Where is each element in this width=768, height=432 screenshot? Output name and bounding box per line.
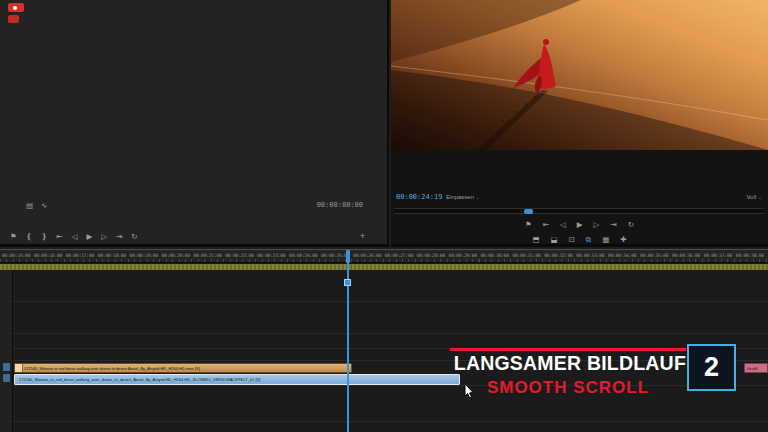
ruler-timecode-label: 00:00:23:00	[257, 253, 285, 258]
ruler-timecode-label: 00:00:30:00	[481, 253, 509, 258]
camera-indicator-icon	[8, 15, 19, 23]
program-scrubber[interactable]	[395, 208, 764, 214]
ruler-timecode-label: 00:00:37:00	[704, 253, 732, 258]
ruler-timecode-label: 00:00:31:00	[512, 253, 540, 258]
step-forward-icon[interactable]: ▷	[101, 231, 107, 243]
step-number: 2	[704, 352, 719, 383]
track-header-strip	[0, 270, 13, 432]
ruler-timecode-label: 00:00:16:00	[34, 253, 62, 258]
ruler-timecode-label: 00:00:19:00	[130, 253, 158, 258]
ruler-timecode-label: 00:00:18:00	[98, 253, 126, 258]
ruler-timecode-label: 00:00:36:00	[672, 253, 700, 258]
step-number-badge: 2	[687, 344, 736, 391]
ruler-timecode-label: 00:00:15:00	[2, 253, 30, 258]
overlay-subtitle: SMOOTH SCROLL	[450, 378, 686, 398]
drag-video-icon[interactable]: ▤	[26, 200, 33, 212]
play-icon[interactable]: ▶	[577, 219, 583, 231]
ruler-timecode-label: 00:00:28:00	[417, 253, 445, 258]
overlay-red-rule	[450, 348, 686, 351]
track-separator	[0, 301, 768, 302]
mouse-cursor-icon	[464, 384, 476, 400]
step-forward-icon[interactable]: ▷	[594, 219, 600, 231]
source-info-row: ▤∿ 00:00:00:00	[0, 199, 387, 213]
ruler-timecode-label: 00:00:22:00	[225, 253, 253, 258]
go-to-out-icon[interactable]: ⇥	[116, 231, 122, 243]
playhead-head[interactable]	[346, 250, 350, 263]
step-back-icon[interactable]: ◁	[560, 219, 566, 231]
button-editor-icon[interactable]: ✚	[620, 234, 626, 246]
premiere-window: ▤∿ 00:00:00:00 ⚑❴❵⇤◁▶▷⇥↻ +	[0, 0, 768, 432]
ruler-timecode-label: 00:00:35:00	[640, 253, 668, 258]
timeline-panel: 00:00:15:0000:00:16:0000:00:17:0000:00:1…	[0, 249, 768, 432]
loop-icon[interactable]: ↻	[131, 231, 137, 243]
video-preview	[391, 0, 768, 150]
go-to-out-icon[interactable]: ⇥	[610, 219, 616, 231]
ruler-timecode-label: 00:00:33:00	[576, 253, 604, 258]
program-tools-bar: ⬒⬓⊡⧉▦✚	[391, 234, 768, 246]
ruler-timecode-label: 00:00:29:00	[449, 253, 477, 258]
ruler-timecode-label: 00:00:25:00	[321, 253, 349, 258]
ruler-timecode-label: 00:00:38:00	[736, 253, 764, 258]
timeline-tracks[interactable]	[0, 270, 768, 432]
go-to-in-icon[interactable]: ⇤	[56, 231, 62, 243]
ruler-timecode-label: 00:00:32:00	[544, 253, 572, 258]
button-editor-icon[interactable]: +	[360, 231, 365, 241]
track-separator	[0, 333, 768, 334]
mark-in-icon[interactable]: ❴	[26, 231, 32, 243]
multicam-icon[interactable]: ▦	[602, 234, 609, 246]
playhead[interactable]	[347, 250, 349, 432]
play-icon[interactable]: ▶	[86, 231, 92, 243]
comparison-view-icon[interactable]: ⧉	[586, 234, 591, 246]
ruler-timecode-label: 00:00:27:00	[385, 253, 413, 258]
drag-audio-icon[interactable]: ∿	[41, 200, 47, 212]
track-target-v2[interactable]	[3, 363, 10, 371]
add-marker-icon[interactable]: ⚑	[10, 231, 17, 243]
ruler-timecode-label: 00:00:26:00	[353, 253, 381, 258]
playhead-handle[interactable]	[344, 279, 351, 286]
clip-graphic[interactable]: Grafik	[744, 363, 768, 373]
overlay-title: LANGSAMER BILDLAUF	[428, 352, 686, 375]
fit-dropdown-label: Einpassen	[446, 194, 474, 200]
export-frame-icon[interactable]: ⊡	[569, 234, 575, 246]
program-transport-bar: ⚑⇤◁▶▷⇥↻	[391, 219, 768, 231]
fit-dropdown[interactable]: Einpassen ⌄	[446, 194, 480, 200]
ruler-timecode-label: 00:00:24:00	[289, 253, 317, 258]
program-monitor-panel: 00:00:24:19 Einpassen ⌄ Voll ⌄ ⚑⇤◁▶▷⇥↻ ⬒…	[391, 0, 768, 247]
source-duration-timecode: 00:00:00:00	[317, 201, 363, 209]
desert-scene-image	[391, 0, 768, 150]
lift-icon[interactable]: ⬒	[532, 234, 539, 246]
loop-icon[interactable]: ↻	[628, 219, 634, 231]
record-indicator-icon	[8, 3, 24, 12]
add-marker-icon[interactable]: ⚑	[525, 219, 532, 231]
scrubber-playhead[interactable]	[524, 209, 533, 214]
ruler-timecode-label: 00:00:21:00	[193, 253, 221, 258]
timeline-ruler[interactable]: 00:00:15:0000:00:16:0000:00:17:0000:00:1…	[0, 250, 768, 263]
program-current-timecode: 00:00:24:19	[396, 193, 442, 201]
program-info-row: 00:00:24:19 Einpassen ⌄ Voll ⌄	[391, 192, 768, 204]
ruler-timecode-label: 00:00:20:00	[162, 253, 190, 258]
quality-dropdown-label: Voll	[746, 194, 756, 200]
source-monitor-panel: ▤∿ 00:00:00:00 ⚑❴❵⇤◁▶▷⇥↻ +	[0, 0, 389, 247]
clip-video[interactable]: 172540_Woman in red dress walking over d…	[14, 363, 352, 373]
source-transport-bar: ⚑❴❵⇤◁▶▷⇥↻	[10, 231, 138, 243]
go-to-in-icon[interactable]: ⇤	[543, 219, 549, 231]
quality-dropdown[interactable]: Voll ⌄	[746, 194, 762, 200]
chevron-down-icon: ⌄	[476, 194, 480, 200]
track-separator	[0, 421, 768, 422]
ruler-timecode-label: 00:00:34:00	[608, 253, 636, 258]
mark-out-icon[interactable]: ❵	[41, 231, 47, 243]
extract-icon[interactable]: ⬓	[550, 234, 557, 246]
ruler-timecode-label: 00:00:17:00	[66, 253, 94, 258]
track-target-v1[interactable]	[3, 374, 10, 382]
clip-nested-sequence[interactable]: 172540_Woman_in_red_dress_walking_over_d…	[14, 374, 460, 385]
source-media-icons: ▤∿	[26, 200, 47, 212]
step-back-icon[interactable]: ◁	[72, 231, 78, 243]
chevron-down-icon: ⌄	[758, 194, 762, 200]
